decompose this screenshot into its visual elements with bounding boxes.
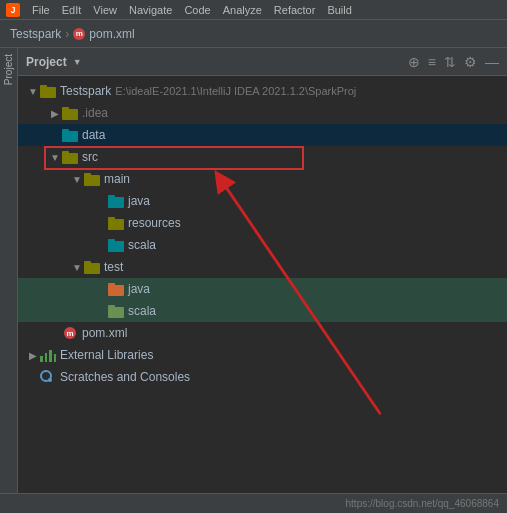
tree-label-scratches: Scratches and Consoles — [60, 370, 190, 384]
panel-icon-add[interactable]: ⊕ — [408, 54, 420, 70]
folder-icon-test — [84, 261, 100, 274]
tree-label-java-test: java — [128, 282, 150, 296]
tree-item-scala-main[interactable]: scala — [18, 234, 507, 256]
tree-path-root: E:\idealE-2021.1\IntelliJ IDEA 2021.1.2\… — [115, 85, 356, 97]
status-bar: https://blog.csdn.net/qq_46068864 — [0, 493, 507, 513]
tree-label-data: data — [82, 128, 105, 142]
tree-area: ▼ Testspark E:\idealE-2021.1\IntelliJ ID… — [18, 76, 507, 513]
folder-icon-scala-test — [108, 305, 124, 318]
menu-build[interactable]: Build — [327, 4, 351, 16]
expand-arrow-ext[interactable]: ▶ — [26, 350, 40, 361]
tree-item-resources[interactable]: resources — [18, 212, 507, 234]
main-area: Project Project ▼ ⊕ ≡ ⇅ ⚙ — ▼ Testspark … — [0, 48, 507, 513]
panel-icon-settings[interactable]: ⚙ — [464, 54, 477, 70]
tree-item-data[interactable]: data — [18, 124, 507, 146]
app-icon: J — [6, 3, 20, 17]
folder-icon-resources — [108, 217, 124, 230]
folder-icon-main — [84, 173, 100, 186]
pom-icon: m — [62, 325, 78, 341]
breadcrumb-project[interactable]: Testspark — [10, 27, 61, 41]
menu-code[interactable]: Code — [184, 4, 210, 16]
tree-label-scala-main: scala — [128, 238, 156, 252]
side-tab-label: Project — [3, 54, 14, 85]
tree-item-java-main[interactable]: java — [18, 190, 507, 212]
breadcrumb-file[interactable]: m pom.xml — [73, 27, 134, 41]
menu-analyze[interactable]: Analyze — [223, 4, 262, 16]
breadcrumb-separator: › — [65, 27, 69, 41]
bar3 — [49, 350, 52, 362]
tree-label-java-main: java — [128, 194, 150, 208]
tree-item-src[interactable]: ▼ src — [18, 146, 507, 168]
scratch-dot — [48, 378, 52, 382]
bar2 — [45, 353, 48, 362]
panel-icon-minimize[interactable]: — — [485, 54, 499, 70]
tree-label-test: test — [104, 260, 123, 274]
tree-label-resources: resources — [128, 216, 181, 230]
tree-label-main: main — [104, 172, 130, 186]
tree-item-java-test[interactable]: java — [18, 278, 507, 300]
folder-icon-idea — [62, 107, 78, 120]
folder-icon-java-test — [108, 283, 124, 296]
tree-item-idea[interactable]: ▶ .idea — [18, 102, 507, 124]
folder-icon-scala-main — [108, 239, 124, 252]
menu-file[interactable]: File — [32, 4, 50, 16]
tree-item-root[interactable]: ▼ Testspark E:\idealE-2021.1\IntelliJ ID… — [18, 80, 507, 102]
folder-icon-java-main — [108, 195, 124, 208]
panel-icon-sort[interactable]: ⇅ — [444, 54, 456, 70]
tree-label-idea: .idea — [82, 106, 108, 120]
expand-arrow-src[interactable]: ▼ — [48, 152, 62, 163]
tree-label-root: Testspark — [60, 84, 111, 98]
panel-header: Project ▼ ⊕ ≡ ⇅ ⚙ — — [18, 48, 507, 76]
scratch-icon — [40, 370, 56, 384]
breadcrumb-bar: Testspark › m pom.xml — [0, 20, 507, 48]
panel-icon-list[interactable]: ≡ — [428, 54, 436, 70]
folder-icon-data — [62, 129, 78, 142]
panel-toolbar: ⊕ ≡ ⇅ ⚙ — — [408, 54, 499, 70]
bar1 — [40, 356, 43, 362]
expand-arrow-test[interactable]: ▼ — [70, 262, 84, 273]
tree-label-scala-test: scala — [128, 304, 156, 318]
menu-view[interactable]: View — [93, 4, 117, 16]
status-url: https://blog.csdn.net/qq_46068864 — [346, 498, 499, 509]
tree-item-external-libs[interactable]: ▶ External Libraries — [18, 344, 507, 366]
maven-icon: m — [73, 28, 85, 40]
breadcrumb-filename: pom.xml — [89, 27, 134, 41]
tree-item-test[interactable]: ▼ test — [18, 256, 507, 278]
menu-bar: J File EdIt View Navigate Code Analyze R… — [0, 0, 507, 20]
tree-item-scratches[interactable]: Scratches and Consoles — [18, 366, 507, 388]
tree-item-pom[interactable]: m pom.xml — [18, 322, 507, 344]
panel-dropdown-arrow[interactable]: ▼ — [73, 57, 82, 67]
side-tab-project[interactable]: Project — [0, 48, 18, 513]
expand-arrow-root[interactable]: ▼ — [26, 86, 40, 97]
pom-circle: m — [64, 327, 76, 339]
menu-refactor[interactable]: Refactor — [274, 4, 316, 16]
tree-item-scala-test[interactable]: scala — [18, 300, 507, 322]
tree-label-pom: pom.xml — [82, 326, 127, 340]
folder-icon-src — [62, 151, 78, 164]
project-panel: Project ▼ ⊕ ≡ ⇅ ⚙ — ▼ Testspark E:\ideal… — [18, 48, 507, 513]
tree-item-main[interactable]: ▼ main — [18, 168, 507, 190]
tree-label-ext-libs: External Libraries — [60, 348, 153, 362]
menu-edit[interactable]: EdIt — [62, 4, 82, 16]
expand-arrow-main[interactable]: ▼ — [70, 174, 84, 185]
menu-navigate[interactable]: Navigate — [129, 4, 172, 16]
expand-arrow-idea[interactable]: ▶ — [48, 108, 62, 119]
folder-icon-root — [40, 85, 56, 98]
external-lib-icon — [40, 348, 56, 362]
bar4 — [54, 354, 57, 362]
panel-title: Project — [26, 55, 67, 69]
tree-label-src: src — [82, 150, 98, 164]
